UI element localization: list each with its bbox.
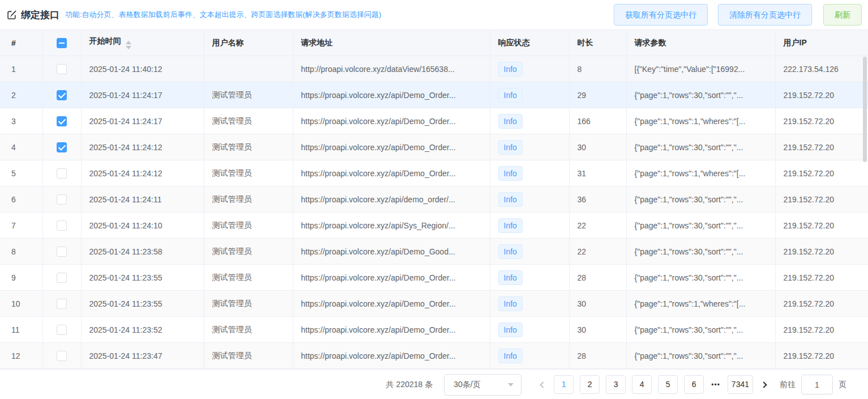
row-checkbox[interactable] — [57, 325, 67, 335]
row-user-ip: 222.173.54.126 — [775, 56, 868, 82]
pager: 123456 ••• 7341 — [538, 375, 768, 394]
table-row[interactable]: 12 2025-01-24 11:23:47 测试管理员 https://pro… — [0, 343, 868, 369]
row-checkbox[interactable] — [57, 194, 67, 205]
row-request-url: https://proapi.volcore.xyz/api/Demo_Orde… — [293, 108, 490, 134]
table-row[interactable]: 3 2025-01-24 11:24:17 测试管理员 https://proa… — [0, 108, 868, 134]
status-info-tag[interactable]: Info — [498, 166, 523, 181]
next-page-button[interactable] — [759, 380, 768, 389]
row-request-url: https://proapi.volcore.xyz/api/Sys_Regio… — [293, 213, 490, 239]
row-checkbox-cell[interactable] — [42, 343, 81, 369]
sort-carets[interactable] — [126, 41, 131, 49]
row-checkbox[interactable] — [57, 299, 67, 309]
row-checkbox-cell[interactable] — [42, 134, 81, 160]
table-row[interactable]: 4 2025-01-24 11:24:12 测试管理员 https://proa… — [0, 134, 868, 160]
row-checkbox-cell[interactable] — [42, 56, 81, 82]
page-button-4[interactable]: 4 — [632, 375, 652, 394]
column-header-duration: 时长 — [569, 30, 626, 56]
table-row[interactable]: 10 2025-01-24 11:23:55 测试管理员 https://pro… — [0, 291, 868, 317]
row-checkbox-cell[interactable] — [42, 265, 81, 291]
page-size-select[interactable]: 30条/页 — [444, 374, 521, 396]
pagination-bar: 共 220218 条 30条/页 123456 ••• 7341 前往 页 — [0, 369, 868, 399]
row-params: [{"Key":"time","Value":["16992... — [626, 56, 775, 82]
status-info-tag[interactable]: Info — [498, 114, 523, 129]
sort-desc-icon[interactable] — [126, 46, 131, 49]
status-info-tag[interactable]: Info — [498, 296, 523, 311]
row-duration: 30 — [569, 291, 626, 317]
select-all-checkbox[interactable] — [57, 38, 67, 48]
status-info-tag[interactable]: Info — [498, 349, 523, 363]
row-checkbox[interactable] — [57, 273, 67, 283]
table-row[interactable]: 5 2025-01-24 11:24:12 测试管理员 https://proa… — [0, 160, 868, 186]
row-checkbox-cell[interactable] — [42, 239, 81, 265]
status-info-tag[interactable]: Info — [498, 322, 523, 337]
column-header-user-name: 用户名称 — [204, 30, 293, 56]
row-checkbox[interactable] — [57, 116, 67, 126]
page-button-3[interactable]: 3 — [606, 375, 626, 394]
last-page-button[interactable]: 7341 — [728, 375, 753, 394]
clear-selected-rows-button[interactable]: 清除所有分页选中行 — [718, 4, 812, 26]
row-user-ip: 219.152.72.20 — [775, 317, 868, 343]
row-duration: 22 — [569, 213, 626, 239]
table-row[interactable]: 9 2025-01-24 11:23:55 测试管理员 https://proa… — [0, 265, 868, 291]
row-index: 10 — [0, 291, 42, 317]
row-duration: 36 — [569, 186, 626, 213]
get-selected-rows-button[interactable]: 获取所有分页选中行 — [614, 4, 708, 26]
row-start-time: 2025-01-24 11:24:17 — [81, 82, 204, 108]
row-params: {"page":1,"rows":30,"sort":"","... — [626, 317, 775, 343]
row-checkbox-cell[interactable] — [42, 317, 81, 343]
status-info-tag[interactable]: Info — [498, 270, 523, 285]
row-index: 4 — [0, 134, 42, 160]
row-checkbox[interactable] — [57, 90, 67, 100]
row-duration: 31 — [569, 160, 626, 186]
row-checkbox-cell[interactable] — [42, 213, 81, 239]
row-request-url: https://proapi.volcore.xyz/api/Demo_Orde… — [293, 82, 490, 108]
row-index: 9 — [0, 265, 42, 291]
row-checkbox[interactable] — [57, 351, 67, 361]
column-header-select-all[interactable] — [42, 30, 81, 56]
row-checkbox-cell[interactable] — [42, 160, 81, 186]
row-checkbox-cell[interactable] — [42, 291, 81, 317]
row-checkbox-cell[interactable] — [42, 186, 81, 213]
goto-unit: 页 — [839, 380, 846, 390]
status-info-tag[interactable]: Info — [498, 62, 523, 77]
table-row[interactable]: 1 2025-01-24 11:40:12 http://proapi.volc… — [0, 56, 868, 82]
row-checkbox-cell[interactable] — [42, 82, 81, 108]
row-checkbox[interactable] — [57, 142, 67, 152]
row-checkbox[interactable] — [57, 64, 67, 74]
row-user-ip: 219.152.72.20 — [775, 186, 868, 213]
goto-page-input[interactable] — [801, 375, 833, 394]
sort-asc-icon[interactable] — [126, 41, 131, 44]
status-info-tag[interactable]: Info — [498, 88, 523, 103]
table-row[interactable]: 11 2025-01-24 11:23:52 测试管理员 https://pro… — [0, 317, 868, 343]
row-start-time: 2025-01-24 11:23:47 — [81, 343, 204, 369]
chevron-right-icon — [760, 381, 767, 388]
more-pages-button[interactable]: ••• — [710, 381, 721, 389]
prev-page-button[interactable] — [538, 380, 548, 389]
vertical-scrollbar[interactable] — [863, 57, 867, 162]
status-info-tag[interactable]: Info — [498, 192, 523, 207]
page-button-1[interactable]: 1 — [554, 375, 574, 394]
status-info-tag[interactable]: Info — [498, 140, 523, 155]
row-index: 7 — [0, 213, 42, 239]
page-button-5[interactable]: 5 — [658, 375, 678, 394]
goto-page: 前往 页 — [780, 375, 846, 394]
column-header-index: # — [0, 30, 42, 56]
table-row[interactable]: 6 2025-01-24 11:24:11 测试管理员 https://proa… — [0, 186, 868, 213]
page-button-6[interactable]: 6 — [684, 375, 704, 394]
row-checkbox[interactable] — [57, 247, 67, 257]
row-user-name: 测试管理员 — [204, 213, 293, 239]
row-start-time: 2025-01-24 11:40:12 — [81, 56, 204, 82]
table-row[interactable]: 8 2025-01-24 11:23:58 测试管理员 https://proa… — [0, 239, 868, 265]
table-row[interactable]: 7 2025-01-24 11:24:10 测试管理员 https://proa… — [0, 213, 868, 239]
row-checkbox-cell[interactable] — [42, 108, 81, 134]
table-row[interactable]: 2 2025-01-24 11:24:17 测试管理员 https://proa… — [0, 82, 868, 108]
page-header: 绑定接口 功能:自动分页、表格数据加载前后事件、文本超出提示、跨页面选择数据(解… — [0, 0, 868, 29]
row-checkbox[interactable] — [57, 168, 67, 179]
row-checkbox[interactable] — [57, 220, 67, 231]
status-info-tag[interactable]: Info — [498, 218, 523, 233]
column-header-start-time[interactable]: 开始时间 — [81, 30, 204, 56]
status-info-tag[interactable]: Info — [498, 244, 523, 259]
chevron-left-icon — [540, 381, 546, 388]
page-button-2[interactable]: 2 — [580, 375, 600, 394]
refresh-button[interactable]: 刷新 — [823, 4, 862, 26]
